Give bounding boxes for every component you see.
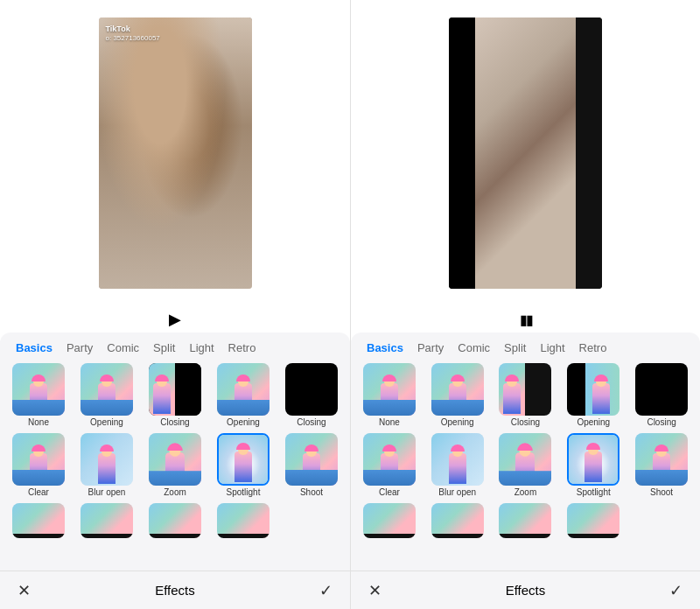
effect-label-zoom-left: Zoom bbox=[164, 487, 186, 498]
effect-closing2-right[interactable]: Closing bbox=[630, 363, 693, 428]
pause-icon[interactable]: ▮▮ bbox=[520, 312, 532, 328]
right-row-3 bbox=[358, 503, 693, 538]
effect-clear-right[interactable]: Clear bbox=[358, 433, 421, 498]
tab-party-left[interactable]: Party bbox=[61, 340, 98, 356]
right-row-2: Clear Blur open bbox=[358, 433, 693, 498]
effect-r3-4-right[interactable] bbox=[562, 503, 625, 538]
effect-thumb-zoom-right bbox=[499, 433, 551, 486]
tab-split-left[interactable]: Split bbox=[148, 340, 180, 356]
left-effects-grid: None Opening bbox=[0, 363, 350, 570]
tab-comic-left[interactable]: Comic bbox=[102, 340, 144, 356]
effect-r3-5-left bbox=[280, 503, 343, 538]
effect-label-closing2-right: Closing bbox=[647, 417, 676, 428]
tab-comic-right[interactable]: Comic bbox=[452, 340, 495, 356]
effect-opening2-left[interactable]: Opening bbox=[212, 363, 275, 428]
effect-shoot-left[interactable]: Shoot bbox=[280, 433, 343, 498]
effect-r3-2-right[interactable] bbox=[426, 503, 489, 538]
left-playback-bar: ▶ bbox=[0, 306, 350, 332]
right-effects-panel: Basics Party Comic Split Light Retro Non… bbox=[351, 332, 700, 609]
effect-thumb-r3-2-left bbox=[80, 503, 133, 538]
effect-thumb-r3-4-right bbox=[567, 503, 620, 538]
effect-label-shoot-right: Shoot bbox=[650, 487, 673, 498]
tab-basics-right[interactable]: Basics bbox=[361, 340, 409, 356]
effect-zoom-left[interactable]: Zoom bbox=[144, 433, 206, 498]
right-dark-strip-right bbox=[576, 18, 602, 289]
effect-closing1-right[interactable]: Closing bbox=[494, 363, 557, 428]
confirm-button-left[interactable]: ✓ bbox=[319, 581, 332, 600]
effect-thumb-none-right bbox=[363, 363, 416, 416]
tab-light-left[interactable]: Light bbox=[184, 340, 219, 356]
effect-none-right[interactable]: None bbox=[358, 363, 421, 428]
effect-thumb-zoom-left bbox=[149, 433, 201, 486]
left-video-frame: TikTok o: 352713660057 bbox=[99, 18, 252, 289]
effect-spotlight-right[interactable]: Spotlight bbox=[562, 433, 625, 498]
left-row-1: None Opening bbox=[7, 363, 343, 428]
effect-opening1-left[interactable]: Opening bbox=[75, 363, 138, 428]
effect-closing2-left[interactable]: Closing bbox=[280, 363, 343, 428]
tab-party-right[interactable]: Party bbox=[412, 340, 449, 356]
effect-r3-1-right[interactable] bbox=[358, 503, 421, 538]
effect-shoot-right[interactable]: Shoot bbox=[630, 433, 693, 498]
right-playback-bar: ▮▮ bbox=[351, 306, 700, 332]
effect-thumb-r3-1-right bbox=[363, 503, 416, 538]
play-icon[interactable]: ▶ bbox=[169, 310, 181, 329]
left-row-2: Clear Blur open bbox=[7, 433, 343, 498]
tab-split-right[interactable]: Split bbox=[499, 340, 531, 356]
effect-thumb-closing1-right bbox=[499, 363, 551, 416]
effect-thumb-shoot-left bbox=[285, 433, 338, 486]
effect-r3-4-left[interactable] bbox=[212, 503, 275, 538]
tab-basics-left[interactable]: Basics bbox=[10, 340, 58, 356]
tab-retro-left[interactable]: Retro bbox=[223, 340, 262, 356]
effect-thumb-clear-right bbox=[363, 433, 416, 486]
effect-label-closing1-right: Closing bbox=[511, 417, 540, 428]
effect-label-spotlight-right: Spotlight bbox=[577, 487, 611, 498]
effect-bluropen-right[interactable]: Blur open bbox=[426, 433, 489, 498]
right-bottom-bar: ✕ Effects ✓ bbox=[351, 570, 700, 609]
right-video-area bbox=[351, 0, 700, 306]
left-video-area: TikTok o: 352713660057 bbox=[0, 0, 350, 306]
effect-label-none-left: None bbox=[28, 417, 49, 428]
right-dark-strip-left bbox=[449, 18, 475, 289]
cancel-button-right[interactable]: ✕ bbox=[368, 581, 382, 600]
effect-thumb-opening1-left bbox=[80, 363, 133, 416]
effect-clear-left[interactable]: Clear bbox=[7, 433, 70, 498]
effect-spotlight-left[interactable]: Spotlight bbox=[212, 433, 275, 498]
tab-retro-right[interactable]: Retro bbox=[574, 340, 612, 356]
effect-thumb-opening1-right bbox=[431, 363, 484, 416]
left-row-3 bbox=[7, 503, 343, 538]
effect-label-opening2-right: Opening bbox=[577, 417, 610, 428]
effect-thumb-opening2-right bbox=[567, 363, 620, 416]
effect-label-none-right: None bbox=[379, 417, 400, 428]
cancel-button-left[interactable]: ✕ bbox=[18, 581, 31, 600]
effect-thumb-closing2-left bbox=[285, 363, 338, 416]
effect-r3-2-left[interactable] bbox=[75, 503, 138, 538]
effect-label-zoom-right: Zoom bbox=[514, 487, 537, 498]
effect-r3-3-right[interactable] bbox=[494, 503, 557, 538]
effect-opening1-right[interactable]: Opening bbox=[426, 363, 489, 428]
effect-label-opening1-left: Opening bbox=[90, 417, 123, 428]
effect-thumb-r3-3-right bbox=[499, 503, 551, 538]
effect-zoom-right[interactable]: Zoom bbox=[494, 433, 557, 498]
effect-thumb-clear-left bbox=[12, 433, 65, 486]
effect-label-shoot-left: Shoot bbox=[300, 487, 323, 498]
effect-label-closing2-left: Closing bbox=[297, 417, 326, 428]
effect-thumb-none-left bbox=[12, 363, 65, 416]
effect-thumb-opening2-left bbox=[217, 363, 270, 416]
effect-label-closing1-left: Closing bbox=[160, 417, 189, 428]
left-effects-panel: Basics Party Comic Split Light Retro Non… bbox=[0, 332, 350, 609]
right-row-1: None Opening bbox=[358, 363, 693, 428]
left-panel: TikTok o: 352713660057 ▶ Basics Party Co… bbox=[0, 0, 350, 609]
effect-thumb-shoot-right bbox=[635, 433, 688, 486]
effect-r3-1-left[interactable] bbox=[7, 503, 70, 538]
effect-thumb-spotlight-right bbox=[567, 433, 620, 486]
effect-label-opening2-left: Opening bbox=[227, 417, 260, 428]
effect-closing1-left[interactable]: Closing bbox=[144, 363, 206, 428]
effect-opening2-right[interactable]: Opening bbox=[562, 363, 625, 428]
tab-light-right[interactable]: Light bbox=[535, 340, 570, 356]
confirm-button-right[interactable]: ✓ bbox=[669, 581, 682, 600]
right-video-inner bbox=[449, 18, 602, 289]
effect-label-opening1-right: Opening bbox=[441, 417, 474, 428]
effect-r3-3-left[interactable] bbox=[144, 503, 206, 538]
effect-bluropen-left[interactable]: Blur open bbox=[75, 433, 138, 498]
effect-none-left[interactable]: None bbox=[7, 363, 70, 428]
